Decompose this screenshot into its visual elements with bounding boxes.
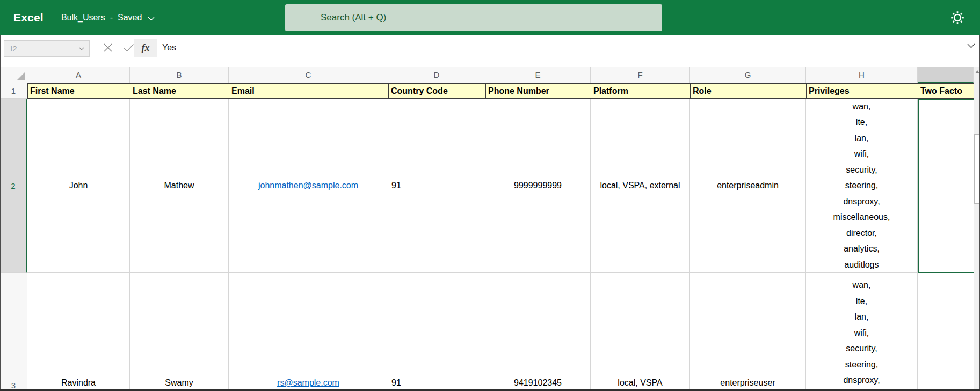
column-header-c[interactable]: C xyxy=(229,67,388,83)
spreadsheet-row-2: 2 John Mathew johnmathen@sample.com 91 9… xyxy=(0,99,980,273)
email-link[interactable]: rs@sample.com xyxy=(277,378,339,388)
cell-e1[interactable]: Phone Number xyxy=(485,83,591,99)
fx-icon: fx xyxy=(142,42,150,54)
column-header-e[interactable]: E xyxy=(485,67,591,83)
cell-h3-privileges[interactable]: wan,lte,lan,wifi,security,steering,dnspr… xyxy=(806,273,918,391)
cell-d3[interactable]: 91 xyxy=(388,273,485,391)
title-separator: - xyxy=(110,13,113,23)
save-status[interactable]: Saved xyxy=(118,13,142,23)
cell-g2[interactable]: enterpriseadmin xyxy=(690,99,806,273)
row-header-2[interactable]: 2 xyxy=(0,99,27,273)
gear-icon xyxy=(949,10,966,26)
privilege-line: steering, xyxy=(845,357,878,373)
document-title-group[interactable]: Bulk_Users - Saved xyxy=(61,13,155,23)
chevron-down-icon[interactable] xyxy=(148,17,155,21)
cell-e3[interactable]: 9419102345 xyxy=(485,273,591,391)
column-header-d[interactable]: D xyxy=(388,67,485,83)
cell-d1[interactable]: Country Code xyxy=(388,83,485,99)
formula-bar-divider xyxy=(96,40,96,56)
privilege-line: lan, xyxy=(855,130,869,146)
privilege-line: director, xyxy=(846,225,877,241)
cell-d2[interactable]: 91 xyxy=(388,99,485,273)
privilege-line: lte, xyxy=(856,293,867,309)
formula-input[interactable]: Yes xyxy=(162,35,645,60)
privilege-line: dnsproxy, xyxy=(843,194,880,210)
cancel-button[interactable] xyxy=(99,35,117,60)
column-header-i-selected[interactable] xyxy=(918,67,974,83)
suite-bar: Excel Bulk_Users - Saved xyxy=(0,0,980,35)
privilege-line: wan, xyxy=(853,99,871,114)
cell-g1[interactable]: Role xyxy=(690,83,806,99)
cell-b2[interactable]: Mathew xyxy=(130,99,229,273)
column-header-g[interactable]: G xyxy=(690,67,806,83)
name-box[interactable]: I2 xyxy=(4,40,90,57)
cell-f2[interactable]: local, VSPA, external xyxy=(591,99,690,273)
column-headers: A B C D E F G H xyxy=(0,67,980,83)
row-header-1[interactable]: 1 xyxy=(0,83,27,99)
privilege-line: wifi, xyxy=(854,146,869,162)
search-input[interactable] xyxy=(285,4,662,31)
cell-g3[interactable]: enterpriseuser xyxy=(690,273,806,391)
privilege-line: security, xyxy=(846,341,877,357)
email-link[interactable]: johnmathen@sample.com xyxy=(258,181,358,190)
cell-f3[interactable]: local, VSPA xyxy=(591,273,690,391)
cell-a2[interactable]: John xyxy=(27,99,130,273)
cell-h2-privileges[interactable]: wan,lte,lan,wifi,security,steering,dnspr… xyxy=(806,99,918,273)
name-box-chevron-down-icon[interactable] xyxy=(79,47,84,50)
excel-online-window: Excel Bulk_Users - Saved xyxy=(0,0,980,391)
cell-b3[interactable]: Swamy xyxy=(130,273,229,391)
expand-formula-bar-chevron-down-icon[interactable] xyxy=(967,43,975,48)
privilege-line: dnsproxy, xyxy=(843,372,880,388)
settings-button[interactable] xyxy=(949,9,966,26)
row-header-3[interactable]: 3 xyxy=(0,273,27,391)
privilege-line: lte, xyxy=(856,114,867,130)
cell-b1[interactable]: Last Name xyxy=(130,83,229,99)
excel-logo[interactable]: Excel xyxy=(13,11,43,24)
cell-i2-selected[interactable] xyxy=(918,99,974,273)
cell-i3[interactable] xyxy=(918,273,974,391)
cell-reference: I2 xyxy=(10,44,17,53)
spreadsheet-row-3: 3 Ravindra Swamy rs@sample.com 91 941910… xyxy=(0,273,980,391)
window-border-left xyxy=(0,35,1,391)
cell-a1[interactable]: First Name xyxy=(27,83,130,99)
cell-i1[interactable]: Two Facto xyxy=(918,83,974,99)
privilege-line: analytics, xyxy=(844,241,880,257)
cell-c3[interactable]: rs@sample.com xyxy=(229,273,388,391)
formula-bar: I2 fx Yes xyxy=(0,35,980,60)
privilege-line: wan, xyxy=(853,277,871,293)
insert-function-button[interactable]: fx xyxy=(134,39,157,57)
cell-c2[interactable]: johnmathen@sample.com xyxy=(229,99,388,273)
privilege-line: wifi, xyxy=(854,325,869,341)
privilege-line: miscellaneous, xyxy=(833,209,890,225)
cell-c1[interactable]: Email xyxy=(229,83,388,99)
spreadsheet-row-1: 1 First Name Last Name Email Country Cod… xyxy=(0,83,980,99)
privilege-line: auditlogs xyxy=(844,257,879,273)
cell-h1[interactable]: Privileges xyxy=(806,83,918,99)
select-all-triangle-icon xyxy=(17,72,25,80)
cell-a3[interactable]: Ravindra xyxy=(27,273,130,391)
check-icon xyxy=(123,43,134,52)
document-title[interactable]: Bulk_Users xyxy=(61,13,105,23)
column-header-h[interactable]: H xyxy=(806,67,918,83)
column-header-f[interactable]: F xyxy=(591,67,690,83)
select-all-button[interactable] xyxy=(0,67,27,83)
cell-e2[interactable]: 9999999999 xyxy=(485,99,591,273)
cancel-x-icon xyxy=(103,43,113,53)
column-header-a[interactable]: A xyxy=(27,67,130,83)
column-header-b[interactable]: B xyxy=(130,67,229,83)
cell-f1[interactable]: Platform xyxy=(591,83,690,99)
privilege-line: lan, xyxy=(855,309,869,325)
window-border-bottom xyxy=(0,389,980,391)
formula-bar-gap xyxy=(0,60,980,67)
privilege-line: steering, xyxy=(845,178,878,194)
privilege-line: security, xyxy=(846,162,877,178)
